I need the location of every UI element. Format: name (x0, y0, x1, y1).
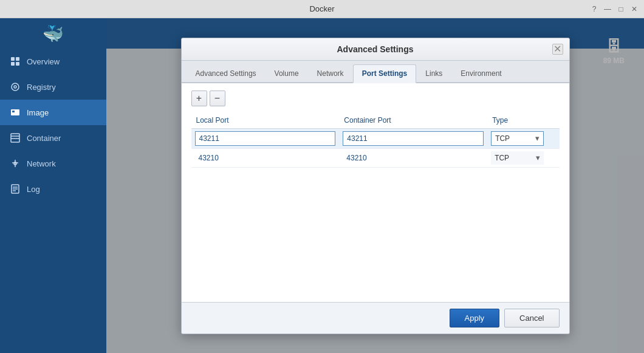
container-port-text-2: 43210 (343, 151, 370, 165)
sidebar-item-label-image: Image (27, 108, 49, 117)
modal-tabs: Advanced Settings Volume Network Port Se… (182, 61, 569, 83)
sidebar-item-container[interactable]: Container (0, 125, 106, 151)
type-cell-1: TCP UDP ▾ (487, 128, 547, 148)
sidebar-item-image[interactable]: Image (0, 100, 106, 125)
modal-footer: Apply Cancel (182, 302, 569, 334)
tab-links[interactable]: Links (416, 64, 451, 83)
window-controls: ? — □ ✕ (589, 4, 639, 14)
svg-rect-3 (16, 62, 19, 66)
tab-volume[interactable]: Volume (265, 64, 308, 83)
modal-close-button[interactable]: ✕ (552, 44, 563, 55)
network-icon (10, 158, 21, 169)
add-port-button[interactable]: + (191, 91, 207, 106)
local-port-cell-2: 43210 (191, 148, 340, 167)
type-select-wrapper-1: TCP UDP ▾ (491, 131, 543, 146)
modal-body: + − Local Port Container Port Type (182, 83, 569, 302)
tab-network[interactable]: Network (308, 64, 353, 83)
sidebar-item-label-registry: Registry (27, 83, 56, 92)
svg-point-4 (12, 83, 19, 91)
svg-rect-7 (12, 111, 15, 112)
local-port-cell-1 (191, 128, 340, 148)
registry-icon (10, 81, 21, 92)
tab-environment[interactable]: Environment (451, 64, 510, 83)
col-header-container-port: Container Port (339, 112, 487, 129)
col-header-type: Type (487, 112, 547, 129)
sidebar-logo: 🐳 (0, 18, 106, 49)
app-body: 🐳 Overview Registry Image Container (0, 18, 644, 353)
container-port-cell-2: 43210 (339, 148, 487, 167)
container-port-input-1[interactable] (343, 131, 484, 146)
maximize-button[interactable]: □ (616, 4, 626, 14)
container-icon (10, 132, 21, 143)
svg-rect-8 (11, 134, 19, 142)
port-toolbar: + − (191, 91, 560, 106)
log-icon (10, 183, 21, 194)
table-row: 43210 43210 TCP ▾ (191, 148, 560, 167)
port-table: Local Port Container Port Type (191, 112, 560, 168)
sidebar-item-label-container: Container (27, 134, 61, 143)
sidebar-item-label-overview: Overview (27, 57, 60, 66)
modal-overlay: Advanced Settings ✕ Advanced Settings Vo… (106, 18, 644, 353)
table-row: TCP UDP ▾ (191, 128, 560, 148)
cancel-button[interactable]: Cancel (504, 309, 559, 327)
sidebar-item-network[interactable]: Network (0, 151, 106, 176)
modal-header: Advanced Settings ✕ (182, 38, 569, 61)
sidebar-item-overview[interactable]: Overview (0, 49, 106, 74)
sidebar-item-registry[interactable]: Registry (0, 74, 106, 100)
sidebar: 🐳 Overview Registry Image Container (0, 18, 106, 353)
image-icon (10, 107, 21, 118)
sidebar-item-label-network: Network (27, 159, 56, 168)
docker-logo-icon: 🐳 (43, 24, 64, 44)
type-dropdown-arrow-1: ▾ (532, 134, 543, 143)
svg-point-5 (14, 86, 16, 88)
scroll-spacer-2 (547, 148, 560, 167)
sidebar-item-log[interactable]: Log (0, 176, 106, 202)
apply-button[interactable]: Apply (450, 309, 500, 327)
titlebar: Docker ? — □ ✕ (0, 0, 644, 18)
type-cell-2: TCP ▾ (487, 148, 547, 167)
close-button[interactable]: ✕ (629, 4, 639, 14)
col-header-scrollbar (547, 112, 560, 129)
help-button[interactable]: ? (589, 4, 599, 14)
svg-rect-0 (11, 57, 15, 61)
app-title: Docker (309, 4, 334, 13)
svg-rect-1 (16, 57, 19, 61)
scroll-spacer-1 (547, 128, 560, 148)
type-text-2: TCP (491, 151, 532, 165)
tab-port-settings[interactable]: Port Settings (353, 64, 417, 83)
type-select-1[interactable]: TCP UDP (492, 132, 531, 145)
sidebar-item-label-log: Log (27, 185, 40, 194)
remove-port-button[interactable]: − (210, 91, 225, 106)
col-header-local-port: Local Port (191, 112, 340, 129)
local-port-input-1[interactable] (195, 131, 336, 146)
advanced-settings-modal: Advanced Settings ✕ Advanced Settings Vo… (181, 38, 570, 334)
type-text-wrapper-2: TCP ▾ (491, 151, 543, 165)
type-dropdown-arrow-2: ▾ (532, 153, 544, 162)
container-port-cell-1 (339, 128, 487, 148)
tab-advanced-settings[interactable]: Advanced Settings (187, 64, 265, 83)
overview-icon (10, 56, 21, 67)
minimize-button[interactable]: — (603, 4, 612, 14)
local-port-text-2: 43210 (195, 151, 222, 165)
main-content: 🗄 89 MB Advanced Settings ✕ Advanced Set… (106, 18, 644, 353)
modal-title: Advanced Settings (337, 44, 413, 54)
svg-rect-2 (11, 62, 15, 66)
table-header-row: Local Port Container Port Type (191, 112, 560, 129)
